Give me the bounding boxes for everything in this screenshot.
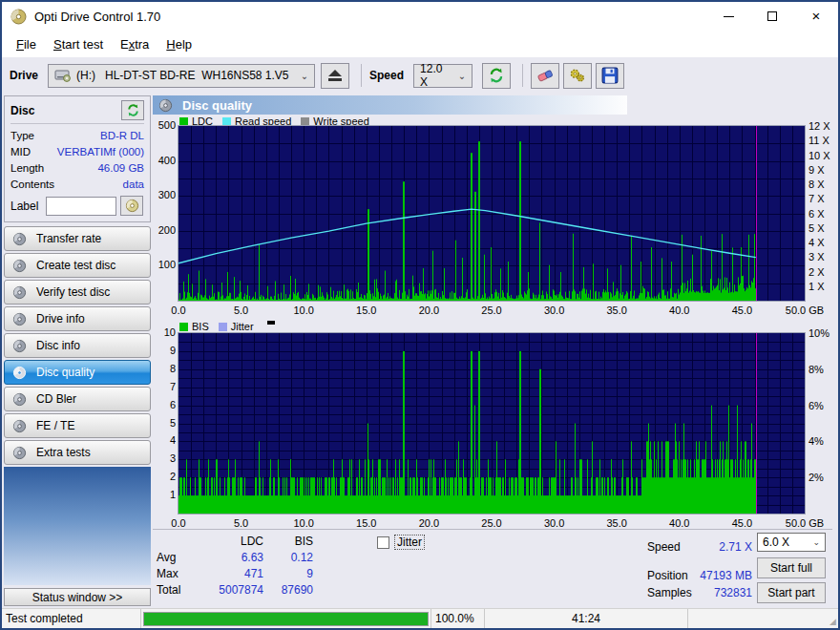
menu-item-help[interactable]: Help (158, 32, 200, 56)
speed-result-label: Speed (647, 540, 681, 554)
disc-row-length: Length46.09 GB (10, 160, 144, 177)
axis-tick-label: 5.0 (220, 304, 263, 316)
bis-jitter-chart (178, 333, 805, 514)
erase-disc-button[interactable] (531, 63, 559, 89)
stats-row-avg: Avg6.630.12 (157, 550, 313, 566)
axis-tick-label: 1 (155, 489, 176, 500)
disc-refresh-button[interactable] (121, 100, 144, 120)
cd-icon (12, 259, 27, 273)
axis-tick-label: 2% (808, 472, 840, 483)
test-speed-value: 6.0 X (763, 536, 789, 549)
cd-icon (125, 199, 139, 213)
disc-panel-title: Disc (10, 104, 34, 117)
menu-item-start-test[interactable]: Start test (45, 32, 112, 56)
sidebar: Disc TypeBD-R DLMIDVERBATIMf (000)Length… (2, 94, 153, 608)
save-button[interactable] (596, 63, 624, 89)
axis-tick-label: 50.0 GB (783, 517, 827, 529)
axis-tick-label: 3 (155, 452, 176, 464)
axis-tick-label: 10 (155, 326, 176, 338)
sidebar-item-drive-info[interactable]: Drive info (4, 306, 151, 331)
test-speed-select[interactable]: 6.0 X ⌄ (757, 533, 826, 552)
start-full-button[interactable]: Start full (757, 557, 826, 578)
disc-label-button[interactable] (120, 196, 143, 216)
cd-icon (12, 339, 27, 353)
axis-tick-label: 0.0 (157, 304, 200, 316)
drive-select[interactable]: (H:) HL-DT-ST BD-RE WH16NS58 1.V5 ⌄ (48, 64, 315, 88)
axis-tick-label: 3 X (808, 251, 840, 262)
speed-select[interactable]: 12.0 X ⌄ (413, 64, 472, 88)
disc-row-mid: MIDVERBATIMf (000) (10, 144, 144, 160)
status-window-button[interactable]: Status window >> (4, 588, 151, 606)
stats-row-max: Max4719 (157, 566, 313, 582)
refresh-icon (488, 67, 505, 84)
minimize-button[interactable] (706, 2, 750, 31)
gears-icon (568, 67, 587, 84)
disc-info-panel: Disc TypeBD-R DLMIDVERBATIMf (000)Length… (4, 95, 151, 222)
sidebar-item-disc-quality[interactable]: Disc quality (4, 360, 151, 385)
settings-button[interactable] (563, 63, 592, 89)
page-title: Disc quality (182, 98, 252, 113)
axis-tick-label: 11 X (808, 135, 840, 146)
refresh-button[interactable] (482, 63, 511, 89)
close-button[interactable]: × (794, 2, 838, 31)
status-text: Test completed (2, 609, 141, 628)
jitter-checkbox[interactable] (377, 536, 389, 549)
sidebar-item-transfer-rate[interactable]: Transfer rate (4, 226, 151, 251)
cd-icon (12, 419, 27, 433)
menu-item-extra[interactable]: Extra (112, 32, 158, 56)
statusbar-spacer (688, 609, 825, 628)
sidebar-item-verify-test-disc[interactable]: Verify test disc (4, 280, 151, 304)
start-part-button[interactable]: Start part (757, 582, 826, 603)
sidebar-item-disc-info[interactable]: Disc info (4, 333, 151, 358)
jitter-checkbox-group: Jitter (377, 536, 424, 549)
minimize-icon (724, 16, 734, 17)
resize-grip[interactable]: ◢ (825, 609, 838, 628)
axis-tick-label: 50.0 GB (783, 304, 827, 316)
sidebar-item-fe-te[interactable]: FE / TE (4, 413, 151, 438)
eject-icon (328, 70, 342, 81)
separator (522, 64, 523, 87)
page-header: Disc quality (153, 95, 627, 115)
refresh-icon (126, 103, 140, 117)
save-icon (601, 67, 619, 84)
axis-tick-label: 300 (155, 189, 176, 200)
axis-tick-label: 15.0 (345, 304, 388, 316)
speed-value: 12.0 X (420, 62, 451, 89)
legend-label: BIS (192, 321, 209, 332)
maximize-button[interactable] (750, 2, 794, 31)
sidebar-item-create-test-disc[interactable]: Create test disc (4, 253, 151, 278)
legend-label: Jitter (231, 321, 254, 332)
maximize-icon (767, 11, 777, 21)
axis-tick-label: 8 X (808, 178, 840, 190)
cd-icon (12, 392, 27, 407)
axis-tick-label: 4 (155, 434, 176, 446)
axis-tick-label: 45.0 (720, 304, 764, 316)
axis-tick-label: 20.0 (407, 304, 451, 316)
window-title: Opti Drive Control 1.70 (34, 10, 160, 24)
chevron-down-icon: ⌄ (812, 537, 820, 547)
axis-tick-label: 6 X (808, 208, 840, 220)
legend-end-marker (267, 321, 275, 325)
toolbar: Drive (H:) HL-DT-ST BD-RE WH16NS58 1.V5 … (2, 57, 838, 94)
menu-bar: FileStart testExtraHelp (2, 31, 838, 57)
progress-fill (144, 613, 428, 625)
eject-button[interactable] (321, 63, 349, 89)
axis-tick-label: 100 (155, 259, 176, 270)
progress-percent: 100.0% (431, 609, 485, 628)
sidebar-item-cd-bler[interactable]: CD Bler (4, 387, 151, 411)
axis-tick-label: 8% (808, 364, 840, 375)
cd-icon (158, 98, 173, 113)
disc-row-type: TypeBD-R DL (10, 128, 144, 144)
drive-icon (54, 69, 72, 82)
menu-item-file[interactable]: File (8, 32, 45, 56)
axis-tick-label: 4% (808, 435, 840, 447)
axis-tick-label: 500 (155, 119, 176, 131)
jitter-checkbox-label: Jitter (395, 536, 424, 549)
drive-label: Drive (10, 69, 38, 82)
sidebar-item-extra-tests[interactable]: Extra tests (4, 440, 151, 465)
axis-tick-label: 10% (808, 327, 840, 339)
label-input[interactable] (46, 197, 116, 216)
axis-tick-label: 9 (155, 345, 176, 356)
main-panel: Disc quality LDCRead speedWrite speed BI… (153, 94, 838, 608)
axis-tick-label: 10.0 (282, 517, 326, 529)
